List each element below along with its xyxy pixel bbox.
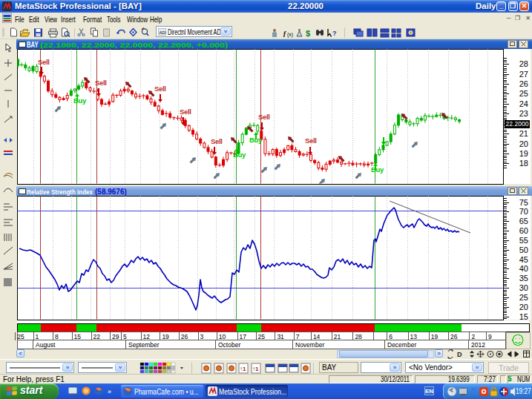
svg-text:20: 20	[519, 303, 528, 311]
svg-text:23: 23	[519, 109, 528, 118]
svg-text:Buy: Buy	[371, 165, 384, 174]
svg-text:Buy: Buy	[233, 151, 246, 159]
svg-text:6: 6	[389, 333, 393, 340]
svg-text:1: 1	[36, 333, 39, 340]
svg-text:13: 13	[410, 333, 418, 340]
svg-text:Sell: Sell	[95, 79, 107, 87]
svg-text:Sell: Sell	[211, 137, 223, 145]
svg-text:60: 60	[519, 226, 528, 235]
svg-text:Sell: Sell	[305, 136, 317, 145]
svg-text:?: ?	[332, 30, 337, 37]
svg-text:Sell: Sell	[180, 108, 191, 116]
svg-text:40: 40	[519, 264, 528, 273]
svg-text:BAY: BAY	[27, 41, 39, 49]
svg-text:Buy: Buy	[73, 96, 87, 105]
svg-text:Sell: Sell	[258, 113, 270, 121]
svg-text:(x): (x)	[287, 32, 293, 38]
svg-text:5: 5	[123, 333, 127, 340]
svg-text:25: 25	[519, 89, 528, 98]
svg-text:3: 3	[200, 333, 204, 340]
svg-text:ADX: ADX	[160, 30, 167, 35]
svg-text:19: 19	[431, 333, 439, 340]
svg-text:45: 45	[519, 255, 528, 264]
svg-text:22: 22	[93, 333, 101, 340]
svg-text:15: 15	[519, 312, 528, 321]
svg-text:$: $	[306, 29, 310, 38]
svg-text:2: 2	[471, 333, 475, 340]
svg-text:25: 25	[258, 333, 266, 340]
svg-text:D: D	[457, 351, 462, 358]
svg-text:30: 30	[519, 283, 528, 292]
svg-text:19: 19	[519, 149, 528, 158]
svg-text:50: 50	[519, 245, 528, 254]
svg-text:(22.1000, 22.2000, 22.0000, 22: (22.1000, 22.2000, 22.0000, 22.2000, +0.…	[40, 41, 228, 49]
svg-text:December: December	[387, 341, 416, 349]
svg-text:November: November	[295, 341, 324, 349]
svg-text:20: 20	[519, 139, 528, 148]
svg-text:21: 21	[519, 129, 528, 138]
svg-text:September: September	[128, 341, 160, 349]
svg-text:28: 28	[519, 59, 528, 68]
svg-text:7: 7	[296, 333, 300, 340]
svg-text:28: 28	[355, 333, 362, 340]
svg-text:75: 75	[519, 198, 528, 207]
svg-text:↑1: ↑1	[240, 366, 246, 372]
svg-text:Relative Strength Index: Relative Strength Index	[27, 188, 93, 196]
svg-text:31: 31	[277, 333, 284, 340]
svg-text:70: 70	[519, 207, 528, 216]
svg-text:19: 19	[162, 333, 169, 340]
svg-text:14: 14	[313, 333, 321, 340]
svg-text:65: 65	[519, 217, 528, 225]
svg-text:18: 18	[519, 159, 528, 168]
svg-text:»: »	[108, 388, 111, 395]
svg-text:10: 10	[219, 333, 226, 340]
svg-text:25: 25	[519, 293, 528, 302]
svg-text:24: 24	[519, 99, 528, 108]
svg-text:August: August	[36, 341, 56, 349]
svg-text:26: 26	[519, 79, 528, 88]
svg-text:Sell: Sell	[38, 58, 50, 66]
svg-text:f: f	[283, 30, 286, 37]
svg-text:35: 35	[519, 274, 528, 283]
svg-text:9: 9	[488, 333, 492, 340]
svg-text:22.2000: 22.2000	[506, 120, 529, 128]
svg-text:October: October	[218, 341, 240, 349]
svg-text:Sell: Sell	[154, 85, 166, 93]
svg-text:12: 12	[143, 333, 151, 340]
svg-text:25: 25	[17, 333, 24, 340]
svg-text:8: 8	[55, 333, 59, 340]
svg-text:↑1: ↑1	[252, 366, 259, 372]
svg-text:21: 21	[334, 333, 341, 340]
svg-text:17: 17	[240, 333, 247, 340]
svg-text:26: 26	[450, 333, 458, 340]
svg-text:26: 26	[181, 333, 188, 340]
svg-text:27: 27	[519, 70, 528, 79]
svg-text:2012: 2012	[471, 341, 485, 349]
svg-text:(58.9676): (58.9676)	[95, 188, 127, 196]
svg-text:15: 15	[74, 333, 82, 340]
svg-text:55: 55	[519, 236, 528, 245]
svg-text:29: 29	[112, 333, 119, 340]
